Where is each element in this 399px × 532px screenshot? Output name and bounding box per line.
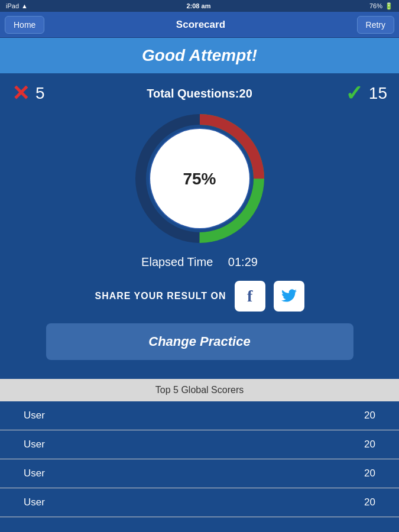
elapsed-value (216, 255, 226, 268)
scorer-score-4: 20 (364, 497, 375, 508)
scorers-header: Top 5 Global Scorers (0, 379, 399, 401)
table-row: User 20 (0, 459, 399, 488)
twitter-button[interactable] (274, 281, 304, 312)
share-row: SHARE YOUR RESULT ON f (12, 281, 387, 312)
scorer-score-2: 20 (364, 439, 375, 450)
correct-count: 15 (369, 84, 387, 103)
donut-center: 75% (154, 133, 245, 225)
battery-percent: 76% (369, 2, 382, 9)
status-bar: iPad ▲ 2:08 am 76% 🔋 (0, 0, 399, 12)
status-right: 76% 🔋 (369, 2, 393, 10)
scorer-name-1: User (24, 410, 45, 421)
share-label: SHARE YOUR RESULT ON (95, 291, 226, 301)
elapsed-time-row: Elapsed Time 01:29 (12, 255, 387, 269)
twitter-icon (281, 289, 297, 304)
score-row: ✕ 5 Total Questions:20 ✓ 15 (12, 83, 387, 104)
wrong-section: ✕ 5 (12, 83, 147, 104)
header-message: Good Attempt! (142, 46, 257, 64)
total-questions: Total Questions:20 (147, 87, 252, 100)
scorer-score-3: 20 (364, 468, 375, 479)
status-left: iPad ▲ (6, 2, 28, 9)
change-practice-button[interactable]: Change Practice (46, 323, 353, 360)
scorer-name-2: User (24, 439, 45, 450)
facebook-icon: f (247, 287, 252, 306)
scorer-name-4: User (24, 497, 45, 508)
facebook-button[interactable]: f (235, 281, 265, 312)
nav-title: Scorecard (176, 19, 225, 31)
nav-bar: Home Scorecard Retry (0, 12, 399, 38)
global-scorers-section: Top 5 Global Scorers User 20 User 20 Use… (0, 379, 399, 517)
status-time: 2:08 am (186, 2, 210, 9)
check-mark-icon: ✓ (345, 83, 363, 104)
wifi-icon: ▲ (21, 2, 28, 9)
battery-icon: 🔋 (385, 2, 393, 10)
wrong-count: 5 (35, 84, 45, 103)
percentage-label: 75% (183, 169, 216, 188)
retry-button[interactable]: Retry (357, 16, 394, 34)
main-content: ✕ 5 Total Questions:20 ✓ 15 (0, 73, 399, 369)
scorer-name-3: User (24, 468, 45, 479)
table-row: User 20 (0, 401, 399, 430)
donut-chart: 75% (135, 113, 265, 244)
header-banner: Good Attempt! (0, 38, 399, 73)
chart-container: 75% (12, 113, 387, 244)
table-row: User 20 (0, 430, 399, 459)
home-button[interactable]: Home (5, 16, 44, 34)
device-label: iPad (6, 2, 19, 9)
total-label: Total Questions:20 (147, 87, 252, 100)
elapsed-time-value: 01:29 (228, 255, 258, 268)
correct-section: ✓ 15 (252, 83, 387, 104)
scorer-score-1: 20 (364, 410, 375, 421)
table-row: User 20 (0, 488, 399, 517)
x-mark-icon: ✕ (12, 83, 30, 104)
elapsed-label: Elapsed Time (141, 255, 213, 268)
